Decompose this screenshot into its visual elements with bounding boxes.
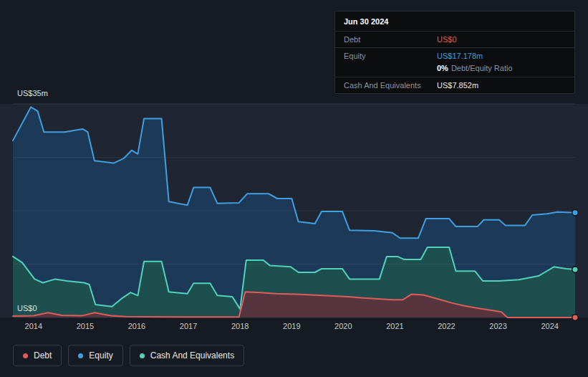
tooltip-ratio-row: 0%Debt/Equity Ratio bbox=[335, 64, 574, 77]
tooltip: Jun 30 2024 Debt US$0 Equity US$17.178m … bbox=[334, 11, 575, 94]
tooltip-equity-label: Equity bbox=[344, 52, 437, 60]
tooltip-equity-value: US$17.178m bbox=[437, 52, 566, 60]
tooltip-debt-value: US$0 bbox=[437, 35, 566, 44]
legend-item-equity[interactable]: Equity bbox=[68, 345, 122, 366]
y-axis-min-label: US$0 bbox=[17, 304, 37, 312]
legend-item-cash[interactable]: Cash And Equivalents bbox=[130, 345, 244, 366]
tooltip-cash-label: Cash And Equivalents bbox=[344, 81, 437, 90]
debt-series-dot-icon bbox=[23, 353, 28, 358]
equity-end-dot[interactable] bbox=[572, 210, 578, 216]
x-axis-tick-label: 2017 bbox=[180, 322, 197, 330]
tooltip-date: Jun 30 2024 bbox=[335, 11, 574, 31]
tooltip-debt-label: Debt bbox=[344, 35, 437, 44]
tooltip-equity-row: Equity US$17.178m bbox=[335, 48, 574, 64]
x-axis-tick-label: 2014 bbox=[25, 322, 42, 330]
x-axis-tick-label: 2022 bbox=[438, 322, 455, 330]
x-axis-tick-label: 2015 bbox=[77, 322, 94, 330]
x-axis-tick-label: 2019 bbox=[283, 322, 300, 330]
cash-and-equivalents-end-dot[interactable] bbox=[572, 267, 578, 272]
legend-item-debt[interactable]: Debt bbox=[13, 345, 62, 366]
x-axis-tick-label: 2023 bbox=[489, 322, 506, 330]
x-axis-tick-label: 2016 bbox=[128, 322, 145, 330]
x-axis-tick-label: 2018 bbox=[231, 322, 249, 330]
tooltip-ratio-label: Debt/Equity Ratio bbox=[451, 64, 513, 72]
equity-series-dot-icon bbox=[78, 353, 83, 358]
y-axis-max-label: US$35m bbox=[17, 89, 48, 97]
cash-series-dot-icon bbox=[140, 353, 145, 358]
tooltip-cash-row: Cash And Equivalents US$7.852m bbox=[335, 77, 574, 93]
debt-end-dot[interactable] bbox=[572, 315, 578, 320]
x-axis-tick-label: 2021 bbox=[386, 322, 403, 330]
tooltip-debt-row: Debt US$0 bbox=[335, 32, 574, 47]
x-axis-tick-label: 2024 bbox=[541, 322, 558, 330]
legend-label-debt: Debt bbox=[34, 350, 52, 361]
legend-label-equity: Equity bbox=[89, 350, 112, 361]
x-axis-tick-label: 2020 bbox=[334, 322, 352, 330]
legend: Debt Equity Cash And Equivalents bbox=[13, 345, 244, 366]
tooltip-cash-value: US$7.852m bbox=[437, 81, 566, 90]
legend-label-cash: Cash And Equivalents bbox=[150, 350, 234, 361]
tooltip-ratio-value: 0% bbox=[437, 64, 448, 72]
chart-panel: 2014201520162017201820192020202120222023… bbox=[0, 0, 588, 377]
